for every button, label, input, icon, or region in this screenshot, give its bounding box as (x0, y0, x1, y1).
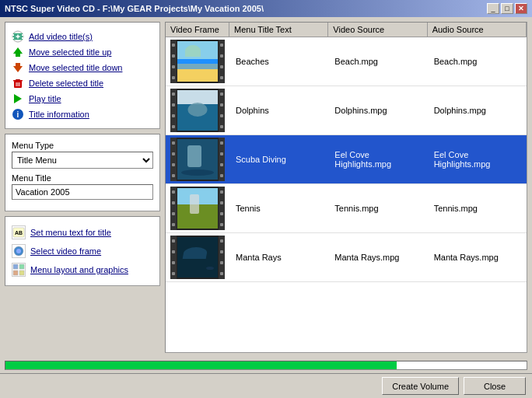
add-icon (12, 30, 24, 43)
move-up-button[interactable]: Move selected title up (12, 44, 153, 60)
maximize-button[interactable]: □ (501, 3, 513, 14)
svg-rect-9 (16, 54, 20, 57)
progress-bar-background (5, 361, 527, 370)
svg-rect-11 (16, 63, 20, 66)
delete-label: Delete selected title (29, 79, 103, 88)
play-icon (12, 93, 24, 105)
svg-rect-2 (12, 34, 14, 36)
svg-point-24 (16, 249, 21, 253)
table-header: Video Frame Menu Title Text Video Source… (166, 23, 527, 37)
table-row[interactable]: Dolphins Dolphins.mpg Dolphins.mpg (166, 86, 527, 135)
table-row[interactable]: Beaches Beach.mpg Beach.mpg (166, 37, 527, 86)
audio-source-cell: Tennis.mpg (428, 201, 527, 216)
play-label: Play title (29, 94, 61, 103)
audio-source-cell: Manta Rays.mpg (428, 250, 527, 265)
form-section: Menu Type Title Menu Root Menu Menu Titl… (5, 134, 160, 211)
svg-rect-26 (19, 264, 24, 269)
progress-bar-fill (5, 361, 397, 369)
video-table: Video Frame Menu Title Text Video Source… (165, 22, 527, 353)
video-source-cell: Beach.mpg (328, 54, 427, 69)
menu-type-label: Menu Type (12, 141, 153, 150)
down-arrow-icon (12, 61, 24, 74)
svg-text:AB: AB (15, 230, 23, 236)
video-source-cell: Dolphins.mpg (328, 103, 427, 118)
table-body: Beaches Beach.mpg Beach.mpg (166, 37, 527, 352)
col-header-menu-title: Menu Title Text (229, 23, 328, 37)
window-controls: _ □ ✕ (487, 3, 527, 14)
menu-title-input[interactable] (12, 184, 153, 200)
window-body: Add video title(s) Move selected title u… (0, 17, 532, 398)
audio-source-cell: Dolphins.mpg (428, 103, 527, 118)
layout-icon (12, 263, 26, 277)
left-panel: Add video title(s) Move selected title u… (5, 22, 160, 353)
title-cell: Dolphins (229, 103, 328, 118)
video-frame-cell (166, 135, 229, 183)
table-row[interactable]: Tennis Tennis.mpg Tennis.mpg (166, 184, 527, 233)
bottom-bar: Create Volume Close (0, 373, 532, 398)
move-down-label: Move selected title down (29, 63, 122, 72)
table-row[interactable]: Manta Rays Manta Rays.mpg Manta Rays.mpg (166, 233, 527, 282)
actions-panel: Add video title(s) Move selected title u… (5, 22, 160, 129)
window-title: NTSC Super Video CD - F:\My GEAR Project… (5, 4, 264, 13)
title-cell: Tennis (229, 201, 328, 216)
svg-rect-27 (13, 271, 18, 275)
table-row[interactable]: Scuba Diving Eel Cove Highlights.mpg Eel… (166, 135, 527, 184)
svg-rect-14 (13, 80, 23, 82)
bottom-actions-panel: AB Set menu text for title Select video … (5, 216, 160, 286)
svg-marker-10 (13, 66, 23, 72)
select-video-frame-button[interactable]: Select video frame (12, 242, 153, 260)
svg-marker-8 (13, 47, 23, 54)
delete-button[interactable]: Delete selected title (12, 75, 153, 91)
window-close-button[interactable]: ✕ (515, 3, 527, 14)
video-source-cell: Tennis.mpg (328, 201, 427, 216)
video-frame-cell (166, 37, 229, 86)
video-source-cell: Eel Cove Highlights.mpg (328, 147, 427, 172)
video-source-cell: Manta Rays.mpg (328, 250, 427, 265)
select-video-frame-label: Select video frame (30, 246, 101, 256)
video-frame-cell (166, 184, 229, 232)
col-header-video-source: Video Source (328, 23, 427, 37)
menu-type-select[interactable]: Title Menu Root Menu (12, 152, 153, 169)
delete-icon (12, 77, 24, 89)
menu-title-label: Menu Title (12, 173, 153, 183)
frame-icon (12, 244, 26, 258)
info-button[interactable]: i Title information (12, 106, 153, 122)
progress-area (0, 358, 532, 373)
set-menu-text-button[interactable]: AB Set menu text for title (12, 223, 153, 242)
svg-rect-4 (22, 34, 23, 36)
title-bar: NTSC Super Video CD - F:\My GEAR Project… (0, 0, 532, 17)
title-cell: Scuba Diving (229, 152, 328, 167)
set-menu-text-label: Set menu text for title (30, 228, 111, 237)
svg-rect-25 (13, 264, 18, 269)
up-arrow-icon (12, 46, 24, 58)
col-header-video-frame: Video Frame (166, 23, 229, 37)
video-frame-cell (166, 86, 229, 134)
info-label: Title information (29, 110, 89, 119)
svg-rect-3 (12, 37, 14, 39)
title-cell: Beaches (229, 54, 328, 69)
close-button[interactable]: Close (464, 377, 526, 395)
move-up-label: Move selected title up (29, 47, 111, 57)
col-header-audio-source: Audio Source (428, 23, 527, 37)
minimize-button[interactable]: _ (487, 3, 499, 14)
svg-text:i: i (17, 110, 19, 119)
content-area: Add video title(s) Move selected title u… (0, 17, 532, 358)
svg-rect-28 (19, 271, 24, 275)
menu-layout-button[interactable]: Menu layout and graphics (12, 260, 153, 279)
title-cell: Manta Rays (229, 250, 328, 265)
audio-source-cell: Eel Cove Highlights.mpg (428, 147, 527, 172)
info-icon: i (12, 108, 24, 120)
add-video-label: Add video title(s) (29, 32, 93, 41)
move-down-button[interactable]: Move selected title down (12, 60, 153, 75)
video-frame-cell (166, 233, 229, 281)
add-video-button[interactable]: Add video title(s) (12, 29, 153, 44)
create-volume-button[interactable]: Create Volume (382, 377, 459, 395)
menu-layout-label: Menu layout and graphics (30, 265, 128, 274)
svg-rect-5 (22, 37, 23, 39)
text-icon: AB (12, 225, 26, 239)
svg-marker-18 (14, 94, 22, 103)
audio-source-cell: Beach.mpg (428, 54, 527, 69)
play-button[interactable]: Play title (12, 91, 153, 106)
